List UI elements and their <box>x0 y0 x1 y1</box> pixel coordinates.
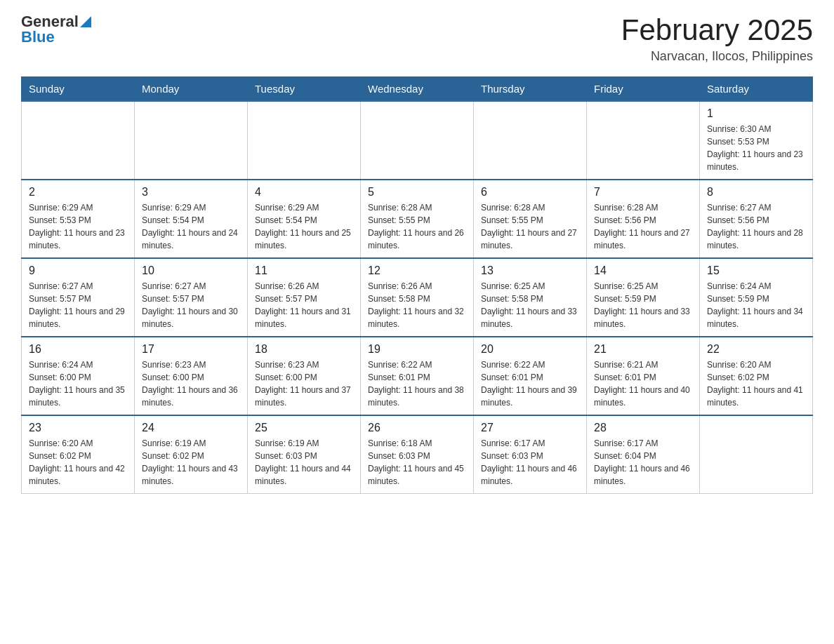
calendar-cell: 18Sunrise: 6:23 AM Sunset: 6:00 PM Dayli… <box>248 337 361 415</box>
day-info: Sunrise: 6:26 AM Sunset: 5:58 PM Dayligh… <box>368 280 466 330</box>
calendar-cell <box>474 101 587 180</box>
calendar-cell: 9Sunrise: 6:27 AM Sunset: 5:57 PM Daylig… <box>22 258 135 337</box>
day-number: 19 <box>368 343 466 356</box>
day-info: Sunrise: 6:20 AM Sunset: 6:02 PM Dayligh… <box>707 358 805 409</box>
calendar-cell <box>22 101 135 180</box>
day-number: 28 <box>594 422 692 434</box>
day-number: 6 <box>481 186 579 199</box>
calendar-title: February 2025 <box>621 14 813 46</box>
calendar-cell: 22Sunrise: 6:20 AM Sunset: 6:02 PM Dayli… <box>700 337 813 415</box>
calendar-week-row: 1Sunrise: 6:30 AM Sunset: 5:53 PM Daylig… <box>22 101 813 180</box>
day-info: Sunrise: 6:23 AM Sunset: 6:00 PM Dayligh… <box>255 358 353 409</box>
day-number: 18 <box>255 343 353 356</box>
col-tuesday: Tuesday <box>248 77 361 102</box>
calendar-week-row: 9Sunrise: 6:27 AM Sunset: 5:57 PM Daylig… <box>22 258 813 337</box>
day-info: Sunrise: 6:17 AM Sunset: 6:04 PM Dayligh… <box>594 437 692 488</box>
calendar-cell: 19Sunrise: 6:22 AM Sunset: 6:01 PM Dayli… <box>361 337 474 415</box>
calendar-header-row: Sunday Monday Tuesday Wednesday Thursday… <box>22 77 813 102</box>
calendar-cell: 3Sunrise: 6:29 AM Sunset: 5:54 PM Daylig… <box>135 180 248 258</box>
calendar-cell <box>361 101 474 180</box>
calendar-cell: 6Sunrise: 6:28 AM Sunset: 5:55 PM Daylig… <box>474 180 587 258</box>
day-info: Sunrise: 6:29 AM Sunset: 5:53 PM Dayligh… <box>29 201 127 252</box>
day-info: Sunrise: 6:23 AM Sunset: 6:00 PM Dayligh… <box>142 358 240 409</box>
day-number: 13 <box>481 264 579 277</box>
col-thursday: Thursday <box>474 77 587 102</box>
page-header: General Blue February 2025 Narvacan, Ilo… <box>21 14 813 64</box>
logo: General Blue <box>21 14 91 45</box>
calendar-cell <box>700 415 813 494</box>
day-number: 27 <box>481 422 579 434</box>
calendar-cell: 1Sunrise: 6:30 AM Sunset: 5:53 PM Daylig… <box>700 101 813 180</box>
col-saturday: Saturday <box>700 77 813 102</box>
title-block: February 2025 Narvacan, Ilocos, Philippi… <box>621 14 813 64</box>
calendar-cell: 11Sunrise: 6:26 AM Sunset: 5:57 PM Dayli… <box>248 258 361 337</box>
calendar-cell: 8Sunrise: 6:27 AM Sunset: 5:56 PM Daylig… <box>700 180 813 258</box>
col-sunday: Sunday <box>22 77 135 102</box>
day-info: Sunrise: 6:28 AM Sunset: 5:55 PM Dayligh… <box>368 201 466 252</box>
day-info: Sunrise: 6:29 AM Sunset: 5:54 PM Dayligh… <box>142 201 240 252</box>
day-info: Sunrise: 6:24 AM Sunset: 6:00 PM Dayligh… <box>29 358 127 409</box>
calendar-cell: 5Sunrise: 6:28 AM Sunset: 5:55 PM Daylig… <box>361 180 474 258</box>
day-number: 4 <box>255 186 353 199</box>
day-info: Sunrise: 6:25 AM Sunset: 5:59 PM Dayligh… <box>594 280 692 330</box>
calendar-week-row: 16Sunrise: 6:24 AM Sunset: 6:00 PM Dayli… <box>22 337 813 415</box>
day-number: 16 <box>29 343 127 356</box>
day-info: Sunrise: 6:24 AM Sunset: 5:59 PM Dayligh… <box>707 280 805 330</box>
day-number: 23 <box>29 422 127 434</box>
calendar-subtitle: Narvacan, Ilocos, Philippines <box>621 49 813 64</box>
day-info: Sunrise: 6:20 AM Sunset: 6:02 PM Dayligh… <box>29 437 127 488</box>
day-number: 8 <box>707 186 805 199</box>
day-info: Sunrise: 6:29 AM Sunset: 5:54 PM Dayligh… <box>255 201 353 252</box>
calendar-table: Sunday Monday Tuesday Wednesday Thursday… <box>21 76 813 494</box>
logo-general-text: General <box>21 14 79 29</box>
day-info: Sunrise: 6:26 AM Sunset: 5:57 PM Dayligh… <box>255 280 353 330</box>
day-number: 7 <box>594 186 692 199</box>
day-number: 1 <box>707 107 805 120</box>
col-friday: Friday <box>587 77 700 102</box>
day-number: 12 <box>368 264 466 277</box>
calendar-cell: 23Sunrise: 6:20 AM Sunset: 6:02 PM Dayli… <box>22 415 135 494</box>
calendar-cell: 10Sunrise: 6:27 AM Sunset: 5:57 PM Dayli… <box>135 258 248 337</box>
calendar-cell: 27Sunrise: 6:17 AM Sunset: 6:03 PM Dayli… <box>474 415 587 494</box>
day-info: Sunrise: 6:27 AM Sunset: 5:56 PM Dayligh… <box>707 201 805 252</box>
day-info: Sunrise: 6:18 AM Sunset: 6:03 PM Dayligh… <box>368 437 466 488</box>
day-number: 25 <box>255 422 353 434</box>
day-number: 22 <box>707 343 805 356</box>
day-info: Sunrise: 6:22 AM Sunset: 6:01 PM Dayligh… <box>481 358 579 409</box>
day-number: 5 <box>368 186 466 199</box>
calendar-cell: 2Sunrise: 6:29 AM Sunset: 5:53 PM Daylig… <box>22 180 135 258</box>
day-info: Sunrise: 6:28 AM Sunset: 5:56 PM Dayligh… <box>594 201 692 252</box>
calendar-cell: 4Sunrise: 6:29 AM Sunset: 5:54 PM Daylig… <box>248 180 361 258</box>
calendar-cell: 28Sunrise: 6:17 AM Sunset: 6:04 PM Dayli… <box>587 415 700 494</box>
calendar-cell: 14Sunrise: 6:25 AM Sunset: 5:59 PM Dayli… <box>587 258 700 337</box>
calendar-cell <box>248 101 361 180</box>
day-info: Sunrise: 6:27 AM Sunset: 5:57 PM Dayligh… <box>142 280 240 330</box>
calendar-cell: 26Sunrise: 6:18 AM Sunset: 6:03 PM Dayli… <box>361 415 474 494</box>
col-monday: Monday <box>135 77 248 102</box>
calendar-cell: 24Sunrise: 6:19 AM Sunset: 6:02 PM Dayli… <box>135 415 248 494</box>
day-info: Sunrise: 6:25 AM Sunset: 5:58 PM Dayligh… <box>481 280 579 330</box>
day-number: 21 <box>594 343 692 356</box>
calendar-cell: 21Sunrise: 6:21 AM Sunset: 6:01 PM Dayli… <box>587 337 700 415</box>
day-info: Sunrise: 6:22 AM Sunset: 6:01 PM Dayligh… <box>368 358 466 409</box>
day-number: 11 <box>255 264 353 277</box>
day-number: 15 <box>707 264 805 277</box>
col-wednesday: Wednesday <box>361 77 474 102</box>
calendar-cell <box>587 101 700 180</box>
day-number: 17 <box>142 343 240 356</box>
day-info: Sunrise: 6:21 AM Sunset: 6:01 PM Dayligh… <box>594 358 692 409</box>
day-number: 26 <box>368 422 466 434</box>
svg-marker-0 <box>80 16 91 27</box>
calendar-cell: 17Sunrise: 6:23 AM Sunset: 6:00 PM Dayli… <box>135 337 248 415</box>
day-info: Sunrise: 6:27 AM Sunset: 5:57 PM Dayligh… <box>29 280 127 330</box>
day-info: Sunrise: 6:19 AM Sunset: 6:02 PM Dayligh… <box>142 437 240 488</box>
calendar-cell: 16Sunrise: 6:24 AM Sunset: 6:00 PM Dayli… <box>22 337 135 415</box>
day-number: 24 <box>142 422 240 434</box>
calendar-week-row: 23Sunrise: 6:20 AM Sunset: 6:02 PM Dayli… <box>22 415 813 494</box>
logo-blue-text: Blue <box>21 28 55 46</box>
calendar-cell: 13Sunrise: 6:25 AM Sunset: 5:58 PM Dayli… <box>474 258 587 337</box>
day-number: 3 <box>142 186 240 199</box>
day-info: Sunrise: 6:28 AM Sunset: 5:55 PM Dayligh… <box>481 201 579 252</box>
day-number: 9 <box>29 264 127 277</box>
day-info: Sunrise: 6:17 AM Sunset: 6:03 PM Dayligh… <box>481 437 579 488</box>
